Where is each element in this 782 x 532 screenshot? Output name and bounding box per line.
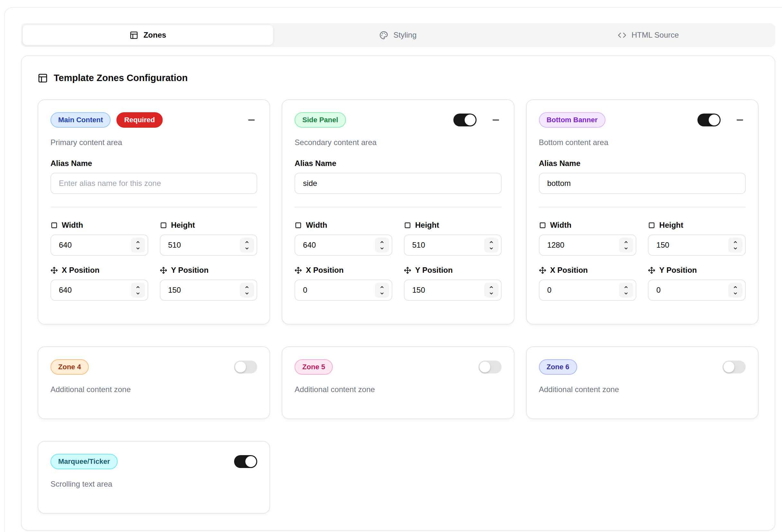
x-position-stepper[interactable] xyxy=(619,283,633,297)
zone-name-badge: Bottom Banner xyxy=(539,112,605,128)
zone-name-badge: Main Content xyxy=(50,112,111,128)
tab-styling[interactable]: Styling xyxy=(273,25,523,45)
zone-description: Additional content zone xyxy=(539,385,746,394)
width-label: Width xyxy=(539,220,637,230)
chevron-up-icon xyxy=(623,239,629,245)
collapse-zone-button[interactable] xyxy=(734,114,746,126)
chevron-up-icon xyxy=(379,239,385,245)
width-stepper[interactable] xyxy=(375,238,389,252)
minus-icon xyxy=(247,115,256,125)
dialog-container: Zones Styling HTML Source Template Zones… xyxy=(4,7,782,532)
chevron-down-icon xyxy=(489,290,494,296)
x-position-label: X Position xyxy=(50,265,148,275)
chevron-down-icon xyxy=(733,290,738,296)
zone-name-badge: Zone 4 xyxy=(50,359,89,375)
chevron-up-icon xyxy=(379,284,385,290)
chevron-up-icon xyxy=(733,284,738,290)
zone-card-zone-6: Zone 6 Additional content zone xyxy=(526,346,758,419)
toggle-knob xyxy=(465,114,475,126)
zones-grid: Main Content Required Primary content ar… xyxy=(38,99,758,514)
zone-card-side-panel: Side Panel Secondary content area Alias … xyxy=(282,99,514,324)
chevron-down-icon xyxy=(244,290,250,296)
move-icon xyxy=(294,267,302,274)
y-position-label: Y Position xyxy=(404,265,502,275)
alias-name-label: Alias Name xyxy=(294,158,501,168)
zone-name-badge: Side Panel xyxy=(294,112,346,128)
zone-card-marquee-ticker: Marquee/Ticker Scrolling text area xyxy=(38,441,270,514)
chevron-down-icon xyxy=(379,245,385,251)
chevron-down-icon xyxy=(623,245,629,251)
move-icon xyxy=(539,267,546,274)
toggle-knob xyxy=(235,361,246,373)
height-stepper[interactable] xyxy=(240,238,254,252)
zone-enabled-toggle[interactable] xyxy=(722,361,746,374)
tab-bar: Zones Styling HTML Source xyxy=(21,23,775,47)
width-stepper[interactable] xyxy=(131,238,145,252)
tab-html-source[interactable]: HTML Source xyxy=(523,25,773,45)
zone-enabled-toggle[interactable] xyxy=(453,113,476,127)
code-icon xyxy=(618,31,626,40)
zone-name-badge: Marquee/Ticker xyxy=(50,454,118,469)
zone-name-badge: Zone 5 xyxy=(294,359,333,375)
zone-description: Scrolling text area xyxy=(50,480,257,489)
divider xyxy=(539,207,746,208)
alias-input[interactable] xyxy=(294,173,501,194)
toggle-knob xyxy=(479,361,490,373)
zone-enabled-toggle[interactable] xyxy=(478,361,502,374)
chevron-up-icon xyxy=(489,239,494,245)
chevron-up-icon xyxy=(733,239,738,245)
zone-description: Additional content zone xyxy=(50,385,257,394)
chevron-up-icon xyxy=(135,284,141,290)
tab-label: HTML Source xyxy=(632,31,679,40)
required-badge: Required xyxy=(116,112,163,128)
toggle-knob xyxy=(709,114,720,126)
width-label: Width xyxy=(50,220,148,230)
divider xyxy=(50,207,257,208)
square-icon xyxy=(160,222,167,229)
zone-card-bottom-banner: Bottom Banner Bottom content area Alias … xyxy=(526,99,758,324)
chevron-up-icon xyxy=(489,284,494,290)
chevron-down-icon xyxy=(733,245,738,251)
panel-title: Template Zones Configuration xyxy=(54,73,188,83)
zone-description: Additional content zone xyxy=(294,385,501,394)
alias-input[interactable] xyxy=(50,173,257,194)
move-icon xyxy=(160,267,167,274)
panels-top-left-icon xyxy=(130,31,138,40)
x-position-stepper[interactable] xyxy=(131,283,145,297)
panel-header: Template Zones Configuration xyxy=(38,73,758,83)
square-icon xyxy=(294,222,302,229)
height-stepper[interactable] xyxy=(484,238,498,252)
y-position-stepper[interactable] xyxy=(728,283,742,297)
width-stepper[interactable] xyxy=(619,238,633,252)
zone-enabled-toggle[interactable] xyxy=(698,113,720,127)
x-position-label: X Position xyxy=(294,265,392,275)
chevron-down-icon xyxy=(623,290,629,296)
zone-card-zone-4: Zone 4 Additional content zone xyxy=(38,346,270,419)
height-stepper[interactable] xyxy=(728,238,742,252)
collapse-zone-button[interactable] xyxy=(246,114,257,126)
move-icon xyxy=(404,267,411,274)
zone-description: Secondary content area xyxy=(294,138,501,147)
y-position-stepper[interactable] xyxy=(484,283,498,297)
alias-input[interactable] xyxy=(539,173,746,194)
chevron-up-icon xyxy=(244,239,250,245)
divider xyxy=(294,207,501,208)
chevron-up-icon xyxy=(244,284,250,290)
collapse-zone-button[interactable] xyxy=(490,114,502,126)
tab-zones[interactable]: Zones xyxy=(23,25,273,45)
toggle-knob xyxy=(723,361,735,373)
zone-enabled-toggle[interactable] xyxy=(234,361,257,374)
y-position-stepper[interactable] xyxy=(240,283,254,297)
tab-label: Zones xyxy=(143,31,166,40)
zone-card-main-content: Main Content Required Primary content ar… xyxy=(38,99,270,324)
y-position-label: Y Position xyxy=(160,265,257,275)
palette-icon xyxy=(380,31,388,40)
chevron-down-icon xyxy=(489,245,494,251)
x-position-stepper[interactable] xyxy=(375,283,389,297)
zones-panel: Template Zones Configuration Main Conten… xyxy=(21,55,775,531)
square-icon xyxy=(404,222,411,229)
y-position-label: Y Position xyxy=(648,265,746,275)
x-position-label: X Position xyxy=(539,265,637,275)
panels-top-left-icon xyxy=(38,73,48,83)
zone-enabled-toggle[interactable] xyxy=(234,455,257,468)
